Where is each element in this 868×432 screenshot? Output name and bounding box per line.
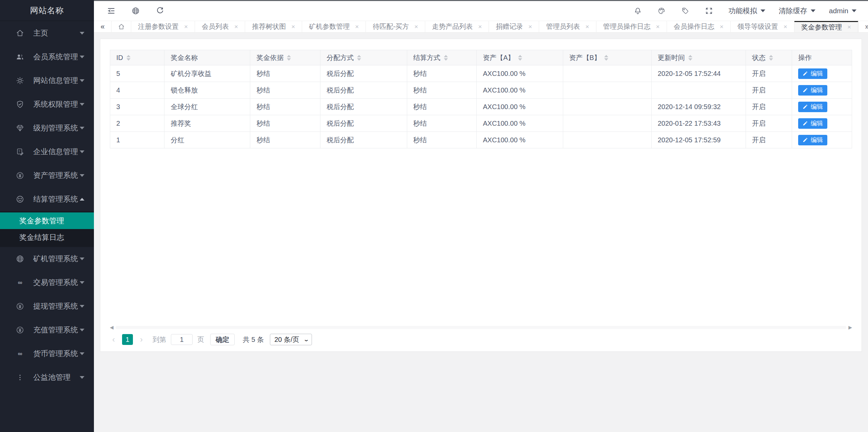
caret-down-icon bbox=[80, 281, 84, 284]
globe-icon[interactable] bbox=[131, 6, 140, 15]
table-cell: 全球分红 bbox=[164, 99, 250, 115]
close-icon[interactable]: × bbox=[414, 23, 418, 30]
tab-2[interactable]: 推荐树状图× bbox=[245, 21, 302, 32]
next-page-button[interactable]: › bbox=[138, 335, 145, 344]
scroll-right-arrow-icon[interactable]: ▶ bbox=[848, 325, 852, 330]
sidebar-item-6[interactable]: 资产管理系统 bbox=[0, 164, 94, 187]
tab-5[interactable]: 走势产品列表× bbox=[425, 21, 489, 32]
topbar-menu-2[interactable]: admin bbox=[829, 7, 856, 15]
tab-label: 会员操作日志 bbox=[674, 22, 714, 31]
edit-button[interactable]: 编辑 bbox=[798, 118, 827, 129]
sidebar-item-11[interactable]: 充值管理系统 bbox=[0, 318, 94, 342]
sidebar-item-12[interactable]: ∞货币管理系统 bbox=[0, 342, 94, 366]
table-cell: 1 bbox=[110, 132, 164, 148]
table-cell bbox=[563, 82, 651, 99]
sort-icon[interactable] bbox=[518, 55, 522, 61]
column-header[interactable]: 状态 bbox=[746, 50, 792, 65]
tab-6[interactable]: 捐赠记录× bbox=[489, 21, 539, 32]
sidebar-item-5[interactable]: ?企业信息管理 bbox=[0, 140, 94, 164]
sort-icon[interactable] bbox=[357, 55, 361, 61]
sidebar-item-1[interactable]: 会员系统管理 bbox=[0, 45, 94, 69]
tab-10[interactable]: 领导等级设置× bbox=[731, 21, 794, 32]
prev-page-button[interactable]: ‹ bbox=[110, 335, 117, 344]
close-icon[interactable]: × bbox=[355, 23, 359, 30]
close-icon[interactable]: × bbox=[847, 23, 851, 31]
sidebar-subitem-active[interactable]: 奖金参数管理 bbox=[0, 212, 94, 229]
tab-9[interactable]: 会员操作日志× bbox=[667, 21, 731, 32]
sort-icon[interactable] bbox=[126, 55, 131, 61]
column-header[interactable]: 资产【A】 bbox=[477, 50, 563, 65]
goto-page-input[interactable] bbox=[171, 334, 193, 345]
tabs-scroll-left-button[interactable]: « bbox=[94, 21, 112, 32]
tab-1[interactable]: 会员列表× bbox=[195, 21, 245, 32]
palette-icon[interactable] bbox=[657, 7, 666, 15]
caret-down-icon bbox=[761, 9, 765, 12]
tab-7[interactable]: 管理员列表× bbox=[539, 21, 596, 32]
tab-0[interactable]: 注册参数设置× bbox=[131, 21, 195, 32]
column-header[interactable]: 分配方式 bbox=[320, 50, 407, 65]
close-icon[interactable]: × bbox=[784, 23, 787, 30]
column-header[interactable]: ID bbox=[110, 50, 164, 65]
caret-up-icon bbox=[80, 198, 84, 201]
tab-4[interactable]: 待匹配-买方× bbox=[366, 21, 425, 32]
sidebar-subitem[interactable]: 奖金结算日志 bbox=[0, 229, 94, 246]
edit-button[interactable]: 编辑 bbox=[798, 68, 827, 79]
tabs-scroll-right-button[interactable]: » bbox=[858, 21, 868, 32]
tag-icon[interactable] bbox=[681, 7, 689, 15]
sidebar-item-label: 公益池管理 bbox=[33, 372, 80, 383]
close-icon[interactable]: × bbox=[720, 23, 724, 30]
sidebar-item-13[interactable]: 公益池管理 bbox=[0, 366, 94, 389]
sidebar-item-2[interactable]: 网站信息管理 bbox=[0, 69, 94, 92]
caret-down-icon bbox=[80, 174, 84, 177]
edit-button[interactable]: 编辑 bbox=[798, 85, 827, 96]
page-1-button[interactable]: 1 bbox=[122, 334, 133, 345]
sort-icon[interactable] bbox=[287, 55, 291, 61]
edit-button[interactable]: 编辑 bbox=[798, 102, 827, 112]
bell-icon[interactable] bbox=[634, 7, 642, 15]
sidebar-item-0[interactable]: 主页 bbox=[0, 21, 94, 45]
yen-circle-icon bbox=[16, 171, 24, 180]
column-header[interactable]: 资产【B】 bbox=[563, 50, 651, 65]
close-icon[interactable]: × bbox=[291, 23, 295, 30]
tab-8[interactable]: 管理员操作日志× bbox=[596, 21, 667, 32]
column-header[interactable]: 结算方式 bbox=[407, 50, 476, 65]
tab-11-active[interactable]: 奖金参数管理× bbox=[794, 21, 858, 32]
pencil-icon bbox=[803, 121, 808, 126]
edit-button[interactable]: 编辑 bbox=[798, 135, 827, 145]
home-tab[interactable] bbox=[112, 21, 131, 32]
tab-3[interactable]: 矿机参数管理× bbox=[302, 21, 366, 32]
svg-text:∞: ∞ bbox=[18, 350, 22, 357]
sidebar-item-4[interactable]: 级别管理系统 bbox=[0, 116, 94, 140]
close-icon[interactable]: × bbox=[478, 23, 482, 30]
gear-icon bbox=[16, 76, 24, 85]
sidebar-submenu: 奖金参数管理奖金结算日志 bbox=[0, 211, 94, 247]
close-icon[interactable]: × bbox=[184, 23, 188, 30]
sidebar-item-3[interactable]: 系统权限管理 bbox=[0, 92, 94, 116]
horizontal-scrollbar[interactable]: ◀ ▶ bbox=[110, 325, 852, 330]
expand-icon[interactable] bbox=[705, 7, 713, 15]
sort-icon[interactable] bbox=[444, 55, 448, 61]
scrollbar-track[interactable] bbox=[116, 326, 846, 329]
scroll-left-arrow-icon[interactable]: ◀ bbox=[110, 325, 114, 330]
column-header[interactable]: 奖金依据 bbox=[250, 50, 320, 65]
close-icon[interactable]: × bbox=[234, 23, 238, 30]
close-icon[interactable]: × bbox=[528, 23, 532, 30]
sidebar-item-8[interactable]: 矿机管理系统 bbox=[0, 247, 94, 271]
collapse-menu-icon[interactable] bbox=[107, 6, 116, 15]
topbar-menu-1[interactable]: 清除缓存 bbox=[779, 6, 815, 16]
close-icon[interactable]: × bbox=[585, 23, 589, 30]
topbar-menu-0[interactable]: 功能模拟 bbox=[729, 6, 765, 16]
sidebar-item-7[interactable]: 结算管理系统 bbox=[0, 187, 94, 211]
table-cell: 2 bbox=[110, 115, 164, 132]
close-icon[interactable]: × bbox=[656, 23, 660, 30]
sort-icon[interactable] bbox=[769, 55, 773, 61]
sort-icon[interactable] bbox=[688, 55, 692, 61]
sidebar-item-10[interactable]: 提现管理系统 bbox=[0, 294, 94, 318]
sidebar-item-9[interactable]: ∞交易管理系统 bbox=[0, 271, 94, 294]
page-size-select[interactable]: 20 条/页 ⌄ bbox=[270, 334, 312, 345]
refresh-icon[interactable] bbox=[156, 6, 164, 15]
sort-icon[interactable] bbox=[604, 55, 608, 61]
column-header[interactable]: 更新时间 bbox=[651, 50, 746, 65]
goto-confirm-button[interactable]: 确定 bbox=[210, 334, 235, 345]
dots-vertical-icon bbox=[16, 373, 24, 382]
